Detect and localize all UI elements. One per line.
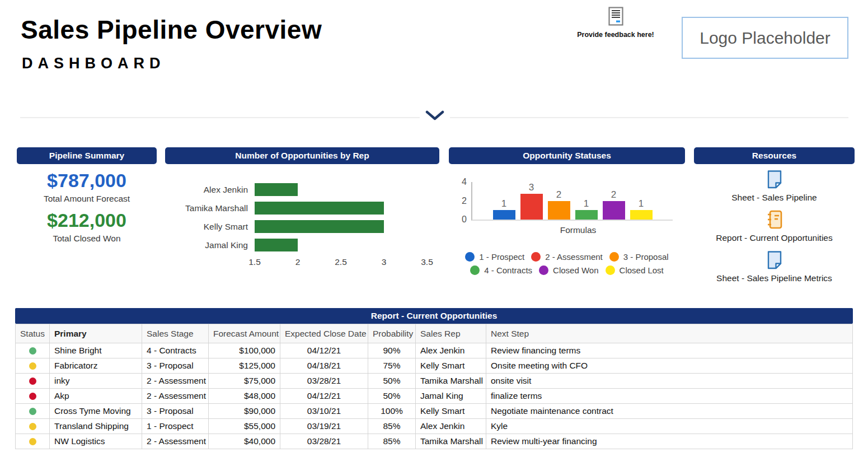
cell-expected-close-date: 03/28/21 (280, 374, 368, 389)
column-header[interactable]: Status (16, 324, 50, 343)
status-chart-column: 1 (493, 182, 515, 220)
cell-expected-close-date: 04/12/21 (280, 343, 368, 358)
rep-chart-category-label: Tamika Marshall (165, 203, 255, 213)
rep-chart-category-label: Alex Jenkin (165, 185, 255, 195)
bar-value-label: 1 (501, 198, 506, 209)
bar-value-label: 2 (556, 189, 561, 201)
legend-label: 3 - Proposal (623, 252, 669, 262)
status-chart-bar (603, 201, 625, 220)
x-axis-tick-label: 2.5 (335, 257, 347, 267)
cell-sales-stage: 3 - Proposal (142, 404, 209, 419)
table-row[interactable]: Fabricatorz3 - Proposal$125,00004/18/217… (16, 358, 853, 374)
status-dot (29, 408, 36, 415)
cell-next-step: Review financing terms (486, 343, 853, 358)
status-chart-column: 1 (575, 182, 598, 220)
table-row[interactable]: Akp2 - Assessment$48,00004/12/2150%Jamal… (16, 389, 853, 404)
rep-chart-rows: Alex JenkinTamika MarshallKelly SmartJam… (165, 183, 439, 251)
cell-next-step: Negotiate maintenance contract (486, 404, 853, 419)
resource-link[interactable]: Report - Current Opportunities (694, 210, 855, 243)
table-row[interactable]: Transland Shipping1 - Prospect$55,00003/… (16, 419, 853, 434)
cell-forecast-amount: $48,000 (209, 389, 280, 404)
logo-placeholder: Logo Placeholder (682, 17, 848, 59)
feedback-link[interactable]: Provide feedback here! (576, 7, 655, 39)
page-subtitle: DASHBOARD (22, 55, 166, 72)
table-row[interactable]: NW Logistics2 - Assessment$40,00003/28/2… (16, 434, 853, 449)
legend-item: Closed Lost (606, 265, 664, 275)
cell-expected-close-date: 04/12/21 (280, 389, 368, 404)
pipeline-summary-header: Pipeline Summary (17, 147, 157, 164)
cell-status (16, 419, 50, 434)
cell-sales-rep: Tamika Marshall (416, 374, 486, 389)
status-chart-bar (548, 201, 570, 220)
cell-primary: Fabricatorz (50, 358, 142, 374)
bar-value-label: 3 (529, 182, 534, 193)
cell-sales-rep: Kelly Smart (416, 404, 486, 419)
rep-chart-bar-track (255, 183, 427, 196)
column-header[interactable]: Primary (50, 324, 142, 343)
y-axis-tick-label: 0 (462, 215, 467, 225)
legend-item: Closed Won (539, 265, 598, 275)
opportunity-statuses-panel: Opportunity Statuses 420 132121 Formulas… (449, 147, 685, 275)
page-title: Sales Pipeline Overview (21, 15, 322, 45)
column-header[interactable]: Sales Rep (416, 324, 486, 343)
rep-chart-row: Kelly Smart (165, 220, 439, 233)
cell-primary: Cross Tyme Moving (50, 404, 142, 419)
sheet-icon (766, 170, 783, 189)
cell-sales-stage: 1 - Prospect (142, 419, 209, 434)
column-header[interactable]: Next Step (486, 324, 853, 343)
cell-status (16, 358, 50, 374)
status-chart: 420 132121 (457, 182, 673, 221)
cell-sales-rep: Jamal King (416, 389, 486, 404)
x-axis-tick-label: 2 (295, 257, 301, 267)
table-row[interactable]: Shine Bright4 - Contracts$100,00004/12/2… (16, 343, 853, 358)
cell-next-step: Kyle (486, 419, 853, 434)
y-axis-tick-label: 2 (462, 196, 467, 206)
table-row[interactable]: Cross Tyme Moving3 - Proposal$90,00003/1… (16, 404, 853, 419)
cell-status (16, 389, 50, 404)
resource-link[interactable]: Sheet - Sales Pipeline (694, 170, 855, 203)
bar-value-label: 2 (611, 189, 616, 201)
resource-label: Sheet - Sales Pipeline Metrics (694, 273, 855, 283)
metric-value: $212,000 (17, 209, 157, 231)
resource-label: Report - Current Opportunities (694, 233, 855, 243)
cell-probability: 85% (368, 419, 416, 434)
cell-primary: Akp (50, 389, 142, 404)
status-chart-bar (520, 194, 543, 220)
summary-metric: $212,000Total Closed Won (17, 209, 157, 244)
rep-chart-bar (255, 202, 384, 215)
status-chart-plot: 132121 (471, 182, 673, 221)
x-axis-tick-label: 3 (382, 257, 387, 267)
cell-sales-stage: 2 - Assessment (142, 389, 209, 404)
bar-value-label: 1 (639, 198, 644, 209)
cell-forecast-amount: $55,000 (209, 419, 280, 434)
cell-forecast-amount: $90,000 (209, 404, 280, 419)
cell-sales-rep: Alex Jenkin (416, 343, 486, 358)
status-chart-x-axis-title: Formulas (471, 225, 685, 235)
cell-probability: 100% (368, 404, 416, 419)
cell-status (16, 434, 50, 449)
feedback-document-icon (608, 18, 623, 27)
legend-color-dot (539, 265, 548, 275)
cell-forecast-amount: $125,000 (209, 358, 280, 374)
cell-status (16, 404, 50, 419)
resource-link[interactable]: Sheet - Sales Pipeline Metrics (694, 250, 855, 283)
rep-chart-bar (255, 183, 298, 196)
cell-probability: 75% (368, 358, 416, 374)
feedback-label: Provide feedback here! (576, 31, 655, 39)
column-header[interactable]: Probability (368, 324, 416, 343)
metric-label: Total Amount Forecast (17, 194, 157, 204)
column-header[interactable]: Expected Close Date (280, 324, 368, 343)
column-header[interactable]: Sales Stage (142, 324, 209, 343)
table-row[interactable]: inky2 - Assessment$75,00003/28/2150%Tami… (16, 374, 853, 389)
legend-color-dot (470, 265, 480, 275)
cell-expected-close-date: 03/28/21 (280, 434, 368, 449)
opportunities-by-rep-panel: Number of Opportunities by Rep Alex Jenk… (165, 147, 439, 269)
rep-chart-bar (255, 239, 298, 251)
sheet-icon (766, 250, 783, 269)
collapse-chevron-button[interactable] (420, 109, 450, 125)
rep-chart-row: Jamal King (165, 239, 439, 251)
resource-label: Sheet - Sales Pipeline (694, 193, 855, 203)
legend-label: Closed Won (553, 265, 598, 275)
cell-sales-rep: Kelly Smart (416, 358, 486, 374)
column-header[interactable]: Forecast Amount (209, 324, 280, 343)
